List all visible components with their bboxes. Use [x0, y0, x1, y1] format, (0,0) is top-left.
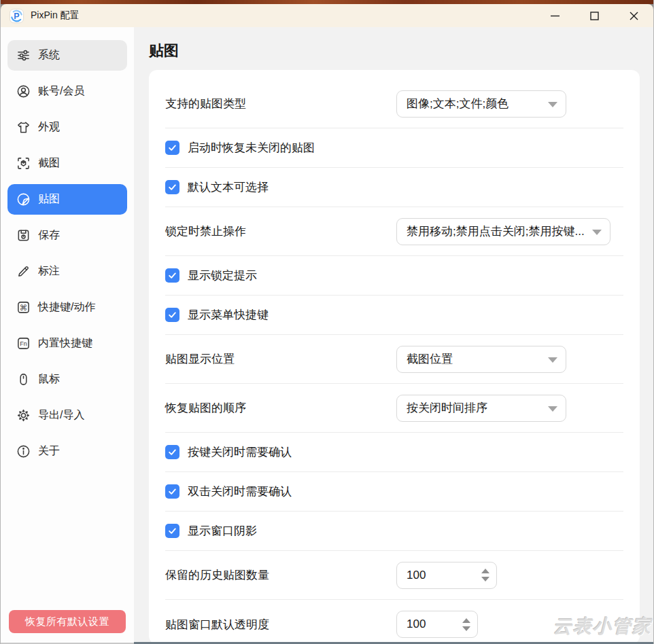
- setting-row: 按键关闭时需要确认: [165, 433, 623, 472]
- info-icon: [16, 444, 31, 459]
- maximize-button[interactable]: [574, 4, 614, 27]
- checkbox-field[interactable]: 双击关闭时需要确认: [165, 484, 292, 499]
- checkbox-checked[interactable]: [165, 268, 179, 283]
- svg-text:P: P: [14, 12, 19, 21]
- setting-label: 双击关闭时需要确认: [188, 484, 292, 499]
- setting-label: 显示菜单快捷键: [188, 307, 269, 323]
- number-spinner[interactable]: 100: [396, 562, 497, 589]
- chevron-down-icon: [548, 357, 557, 363]
- sidebar-item-label: 标注: [38, 264, 60, 279]
- content-panel: 贴图 支持的贴图类型图像;文本;文件;颜色启动时恢复未关闭的贴图默认文本可选择锁…: [134, 27, 653, 644]
- sidebar-item-11[interactable]: 关于: [7, 436, 127, 467]
- pixpin-logo-icon: P: [9, 8, 24, 24]
- setting-row: 贴图显示位置截图位置: [165, 335, 623, 384]
- setting-row: 双击关闭时需要确认: [165, 472, 623, 512]
- checkbox-checked[interactable]: [165, 445, 179, 459]
- checkbox-checked[interactable]: [165, 484, 179, 499]
- checkbox-checked[interactable]: [165, 524, 179, 538]
- setting-row: 支持的贴图类型图像;文本;文件;颜色: [165, 79, 623, 128]
- sidebar-item-label: 外观: [38, 120, 60, 135]
- setting-row: 启动时恢复未关闭的贴图: [165, 128, 623, 168]
- spinner-arrows: [481, 569, 489, 582]
- sliders-icon: [16, 48, 31, 63]
- setting-label: 支持的贴图类型: [165, 96, 396, 111]
- sidebar-item-8[interactable]: Fn内置快捷键: [7, 328, 127, 359]
- setting-row: 恢复贴图的顺序按关闭时间排序: [165, 384, 623, 433]
- checkbox-field[interactable]: 显示菜单快捷键: [165, 307, 269, 323]
- sidebar-item-label: 系统: [38, 48, 60, 62]
- setting-label: 恢复贴图的顺序: [165, 400, 396, 416]
- checkbox-field[interactable]: 默认文本可选择: [165, 179, 269, 195]
- setting-row: 锁定时禁止操作禁用移动;禁用点击关闭;禁用按键...: [165, 207, 623, 256]
- checkbox-field[interactable]: 按键关闭时需要确认: [165, 444, 292, 460]
- minimize-button[interactable]: [535, 4, 574, 27]
- checkbox-checked[interactable]: [165, 308, 179, 322]
- gear-icon: [16, 408, 31, 423]
- chevron-down-icon: [548, 102, 557, 107]
- setting-label: 保留的历史贴图数量: [165, 567, 396, 583]
- sidebar-item-1[interactable]: 账号/会员: [7, 76, 127, 107]
- select-value: 按关闭时间排序: [407, 400, 487, 416]
- sidebar-item-label: 截图: [38, 156, 60, 171]
- sidebar-item-6[interactable]: 标注: [7, 256, 127, 287]
- setting-row: 显示窗口阴影: [165, 512, 623, 551]
- close-button[interactable]: [614, 4, 653, 27]
- sidebar-item-5[interactable]: 保存: [7, 220, 127, 251]
- setting-label: 贴图窗口默认透明度: [165, 617, 396, 632]
- sidebar-item-2[interactable]: 外观: [7, 112, 127, 143]
- setting-label: 显示锁定提示: [188, 268, 257, 283]
- setting-label: 锁定时禁止操作: [165, 223, 396, 239]
- select-dropdown[interactable]: 禁用移动;禁用点击关闭;禁用按键...: [396, 218, 610, 245]
- chevron-down-icon: [548, 406, 557, 412]
- spinner-arrows: [462, 618, 470, 631]
- settings-card: 支持的贴图类型图像;文本;文件;颜色启动时恢复未关闭的贴图默认文本可选择锁定时禁…: [149, 70, 640, 644]
- mouse-icon: [16, 372, 31, 387]
- checkbox-checked[interactable]: [165, 180, 179, 194]
- sidebar-item-label: 保存: [38, 228, 60, 243]
- chevron-down-icon: [592, 230, 602, 235]
- select-value: 截图位置: [407, 351, 453, 367]
- sidebar-item-3[interactable]: 截图: [7, 148, 127, 179]
- titlebar: P PixPin 配置: [1, 4, 653, 27]
- select-dropdown[interactable]: 图像;文本;文件;颜色: [396, 90, 566, 118]
- setting-label: 显示窗口阴影: [188, 523, 257, 539]
- sidebar-item-4[interactable]: 贴图: [7, 184, 127, 215]
- number-spinner[interactable]: 100: [396, 611, 478, 638]
- select-dropdown[interactable]: 截图位置: [396, 346, 566, 373]
- checkbox-field[interactable]: 启动时恢复未关闭的贴图: [165, 140, 315, 156]
- spinner-down-icon[interactable]: [462, 626, 470, 631]
- checkbox-field[interactable]: 显示窗口阴影: [165, 523, 257, 539]
- sidebar-item-label: 快捷键/动作: [38, 300, 95, 315]
- sidebar-nav: 系统账号/会员外观截图贴图保存标注⌘快捷键/动作Fn内置快捷键鼠标导出/导入关于: [7, 40, 127, 472]
- sidebar-item-0[interactable]: 系统: [7, 40, 127, 71]
- sidebar-item-label: 账号/会员: [38, 84, 84, 99]
- reset-all-defaults-button[interactable]: 恢复所有默认设置: [9, 610, 126, 633]
- screenshot-icon: [16, 156, 31, 171]
- select-dropdown[interactable]: 按关闭时间排序: [396, 395, 566, 422]
- setting-row: 贴图窗口默认透明度100: [165, 600, 623, 644]
- setting-label: 按键关闭时需要确认: [188, 444, 292, 460]
- setting-row: 保留的历史贴图数量100: [165, 551, 623, 600]
- sidebar-item-label: 内置快捷键: [38, 336, 92, 351]
- setting-label: 贴图显示位置: [165, 351, 396, 367]
- checkbox-field[interactable]: 显示锁定提示: [165, 268, 257, 283]
- checkbox-checked[interactable]: [165, 141, 179, 155]
- command-icon: ⌘: [16, 300, 31, 315]
- svg-text:Fn: Fn: [20, 340, 27, 347]
- pencil-icon: [16, 264, 31, 279]
- sidebar-item-7[interactable]: ⌘快捷键/动作: [7, 292, 127, 323]
- select-value: 图像;文本;文件;颜色: [407, 96, 509, 111]
- spinner-up-icon[interactable]: [481, 569, 489, 573]
- sidebar-item-9[interactable]: 鼠标: [7, 364, 127, 395]
- sidebar-item-10[interactable]: 导出/导入: [7, 400, 127, 431]
- sidebar-item-label: 导出/导入: [38, 408, 84, 423]
- window-title: PixPin 配置: [31, 10, 80, 22]
- setting-label: 默认文本可选择: [188, 179, 269, 195]
- save-icon: [16, 228, 31, 243]
- spinner-down-icon[interactable]: [481, 577, 489, 582]
- sidebar-item-label: 鼠标: [38, 372, 60, 387]
- sticker-icon: [16, 192, 31, 207]
- pixpin-settings-window: P PixPin 配置 系统账号/会员外观截图贴图保存标注⌘快捷键/动作Fn内置…: [0, 0, 654, 644]
- spinner-up-icon[interactable]: [462, 618, 470, 623]
- spinner-value: 100: [407, 618, 426, 631]
